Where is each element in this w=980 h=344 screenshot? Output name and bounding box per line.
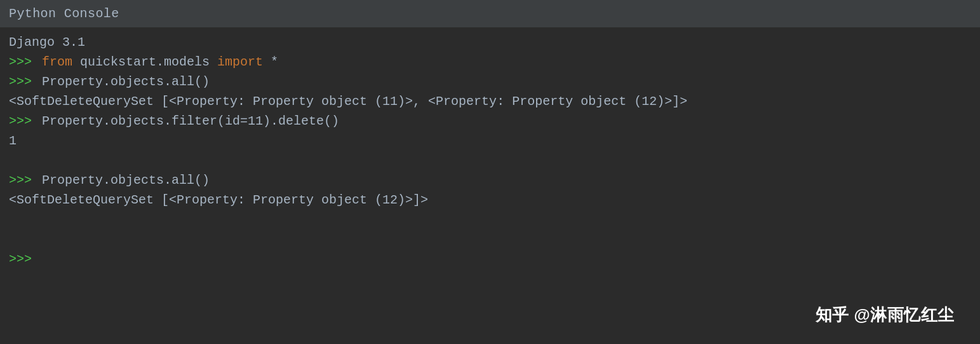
final-prompt-line[interactable]: >>> — [9, 249, 971, 269]
prompt-2: >>> — [9, 72, 32, 92]
command-line-1: >>> from quickstart.models import * — [9, 52, 971, 72]
cmd1-from: from — [42, 52, 72, 72]
cmd1-space — [34, 52, 42, 72]
console-title: Python Console — [9, 6, 119, 21]
title-bar: Python Console — [0, 0, 980, 27]
command-line-2: >>> Property.objects.all() — [9, 72, 971, 92]
console-window: Python Console Django 3.1 >>> from quick… — [0, 0, 980, 344]
watermark: 知乎 @淋雨忆红尘 — [816, 304, 955, 326]
empty-line-3 — [9, 230, 971, 249]
output-line-1: <SoftDeleteQuerySet [<Property: Property… — [9, 92, 971, 111]
django-version-line: Django 3.1 — [9, 32, 971, 52]
empty-line-2 — [9, 210, 971, 230]
cmd1-module: quickstart.models — [72, 52, 217, 72]
empty-line-1 — [9, 151, 971, 170]
output1-text: <SoftDeleteQuerySet [<Property: Property… — [9, 92, 687, 111]
cmd1-import: import — [217, 52, 263, 72]
cmd1-star: * — [263, 52, 278, 72]
prompt-1: >>> — [9, 52, 32, 72]
final-prompt: >>> — [9, 249, 32, 269]
cmd4-text: Property.objects.all() — [34, 170, 210, 190]
output-line-2: 1 — [9, 131, 971, 151]
command-line-3: >>> Property.objects.filter(id=11).delet… — [9, 111, 971, 131]
prompt-3: >>> — [9, 111, 32, 131]
command-line-4: >>> Property.objects.all() — [9, 170, 971, 190]
prompt-4: >>> — [9, 170, 32, 190]
output3-text: <SoftDeleteQuerySet [<Property: Property… — [9, 190, 428, 210]
output-line-3: <SoftDeleteQuerySet [<Property: Property… — [9, 190, 971, 210]
django-version-text: Django 3.1 — [9, 32, 85, 52]
cmd2-text: Property.objects.all() — [34, 72, 210, 92]
console-body[interactable]: Django 3.1 >>> from quickstart.models im… — [0, 27, 980, 274]
output2-text: 1 — [9, 131, 17, 151]
cmd3-text: Property.objects.filter(id=11).delete() — [34, 111, 339, 131]
